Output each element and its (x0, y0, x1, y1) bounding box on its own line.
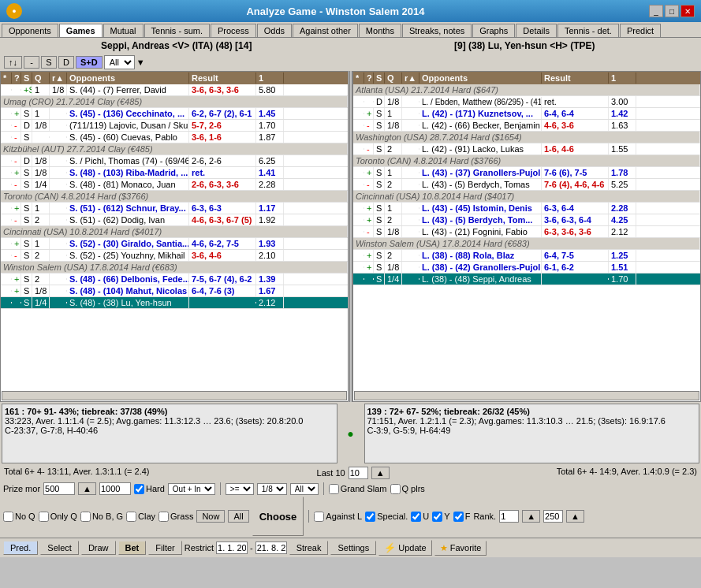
table-row-highlighted[interactable]: S 1/4 L. (38) - (48) Seppi, Andreas 1.70 (353, 274, 700, 285)
tab-games[interactable]: Games (59, 24, 103, 37)
sort-az-button[interactable]: ↑↓ (4, 56, 22, 69)
filter-dropdown-arrow[interactable]: ▼ (136, 58, 145, 67)
q-plrs-check[interactable]: Q plrs (390, 484, 425, 494)
table-row[interactable]: + S 2 L. (43) - (5) Berdych, Tom... 3-6,… (353, 214, 700, 226)
rank-min-input[interactable] (499, 510, 519, 523)
bottom-controls: Prize mor ▲ Hard Out + In >= 1/8 All (0, 481, 701, 538)
table-row[interactable]: + S 1 L. (43) - (37) Granollers-Pujol, M… (353, 167, 700, 179)
close-button[interactable]: ✕ (680, 5, 695, 17)
table-row[interactable]: - S 1/4 S. (48) - (81) Monaco, Juan 2-6,… (1, 179, 348, 191)
maximize-button[interactable]: □ (665, 5, 679, 17)
streak-button[interactable]: Streak (289, 541, 329, 555)
table-row[interactable]: - D 1/8 S. / Pichl, Thomas (74) - (69/46… (1, 155, 348, 167)
tab-process[interactable]: Process (211, 24, 256, 37)
all-button[interactable]: All (228, 510, 248, 523)
prize-max-input[interactable] (99, 482, 131, 495)
table-row[interactable]: + S 1 S. (52) - (30) Giraldo, Santia... … (1, 238, 348, 250)
y-check[interactable]: Y (432, 512, 449, 522)
rank-max-up-button[interactable]: ▲ (566, 510, 584, 523)
table-row[interactable]: - S 2 S. (52) - (25) Youzhny, Mikhail 3-… (1, 250, 348, 262)
tab-against-other[interactable]: Against other (293, 24, 358, 37)
table-row[interactable]: - S 2 L. (42) - (91) Lacko, Lukas 1-6, 4… (353, 143, 700, 155)
grass-check[interactable]: Grass (158, 512, 193, 522)
pred-button[interactable]: Pred. (3, 541, 38, 555)
col-1-header: 1 (256, 73, 284, 84)
right-table-scrollbar[interactable] (354, 391, 699, 400)
date-to-input[interactable] (255, 541, 287, 554)
table-row[interactable]: + S 1/8 L. (38) - (42) Granollers-Pujol,… (353, 262, 700, 274)
prize-up-button[interactable]: ▲ (78, 482, 96, 495)
tab-tennis-sum[interactable]: Tennis - sum. (144, 24, 210, 37)
prize-min-input[interactable] (43, 482, 75, 495)
bet-button[interactable]: Bet (118, 541, 147, 555)
table-row[interactable]: D 1/8 L. / Ebden, Matthew (86/295) - (41… (353, 96, 700, 108)
table-row[interactable]: + S 1 S. (45) - (136) Cecchinato, ... 6-… (1, 108, 348, 120)
table-row[interactable]: + S 1/8 S. (48) - (103) Riba-Madrid, ...… (1, 167, 348, 179)
left-table-scrollbar[interactable] (2, 391, 347, 400)
section-header: Winston Salem (USA) 17.8.2014 Hard (€683… (1, 262, 348, 274)
only-q-check[interactable]: Only Q (39, 512, 77, 522)
tab-details[interactable]: Details (516, 24, 557, 37)
col-opp-r-header: Opponents (419, 73, 542, 84)
select-button[interactable]: Select (40, 541, 79, 555)
minus-button[interactable]: - (24, 56, 39, 69)
table-row[interactable]: + S 2 S. (48) - (66) Delbonis, Fede... 7… (1, 274, 348, 285)
col-r-header: r▲ (50, 73, 67, 84)
rank-up-button[interactable]: ▲ (522, 510, 540, 523)
settings-button[interactable]: Settings (330, 541, 376, 555)
date-from-input[interactable] (216, 541, 248, 554)
table-row[interactable]: + S 1/8 S. (48) - (104) Mahut, Nicolas 6… (1, 285, 348, 297)
s-button[interactable]: S (41, 56, 57, 69)
favorite-button[interactable]: ★ Favorite (434, 541, 487, 556)
right-table-header: * ? S Q r▲ Opponents Result 1 (353, 72, 700, 84)
tab-odds[interactable]: Odds (257, 24, 292, 37)
now-button[interactable]: Now (196, 510, 225, 523)
table-row[interactable]: + S 2 L. (38) - (88) Rola, Blaz 6-4, 7-5… (353, 250, 700, 262)
all-select[interactable]: All (290, 483, 319, 495)
table-row[interactable]: - S 1/8 L. (43) - (21) Fognini, Fabio 6-… (353, 226, 700, 238)
filter-button[interactable]: Filter (148, 541, 181, 555)
last-input[interactable] (349, 467, 368, 479)
draw-button[interactable]: Draw (81, 541, 116, 555)
left-table-body: +S 1 1/8 S. (44) - (7) Ferrer, David 3-6… (1, 84, 348, 390)
out-in-select[interactable]: Out + In (168, 483, 215, 495)
u-check[interactable]: U (411, 512, 429, 522)
update-button[interactable]: ⚡ Update (378, 540, 431, 556)
sd-button[interactable]: S+D (76, 56, 103, 69)
table-row[interactable]: - D 1/8 (711/119) Lajovic, Dusan / Skugo… (1, 120, 348, 132)
table-row[interactable]: - S 2 L. (43) - (5) Berdych, Tomas 7-6 (… (353, 179, 700, 191)
table-row[interactable]: + S 1 L. (43) - (45) Istomin, Denis 6-3,… (353, 203, 700, 214)
clay-check[interactable]: Clay (126, 512, 155, 522)
table-row[interactable]: + S 1 L. (42) - (171) Kuznetsov, ... 6-4… (353, 108, 700, 120)
d-button[interactable]: D (58, 56, 74, 69)
f-check[interactable]: F (453, 512, 471, 522)
no-bg-check[interactable]: No B, G (80, 512, 123, 522)
filter-select[interactable]: All (104, 55, 135, 69)
table-row-highlighted[interactable]: S 1/4 S. (48) - (38) Lu, Yen-hsun 2.12 (1, 297, 348, 309)
table-row[interactable]: - S 2 S. (51) - (62) Dodig, Ivan 4-6, 6-… (1, 214, 348, 226)
special-check[interactable]: Special. (365, 512, 408, 522)
choose-button[interactable]: Choose (252, 497, 304, 536)
tab-mutual[interactable]: Mutual (103, 24, 144, 37)
table-row[interactable]: - S S. (45) - (60) Cuevas, Pablo 3-6, 1-… (1, 132, 348, 143)
rank-max-input[interactable] (543, 510, 563, 523)
hard-check[interactable]: Hard (134, 484, 165, 494)
tab-graphs[interactable]: Graphs (472, 24, 515, 37)
tab-tennis-det[interactable]: Tennis - det. (557, 24, 619, 37)
table-row[interactable]: - S 1/8 L. (42) - (66) Becker, Benjamin … (353, 120, 700, 132)
tab-opponents[interactable]: Opponents (2, 24, 58, 37)
no-q-check[interactable]: No Q (3, 512, 35, 522)
table-row[interactable]: +S 1 1/8 S. (44) - (7) Ferrer, David 3-6… (1, 84, 348, 96)
tab-months[interactable]: Months (359, 24, 401, 37)
against-l-check[interactable]: Against L (314, 512, 362, 522)
tab-predict[interactable]: Predict (620, 24, 661, 37)
col-r-r-header: r▲ (402, 73, 419, 84)
gte-select[interactable]: >= (226, 483, 254, 495)
section-header: Toronto (CAN) 4.8.2014 Hard ($3766) (353, 155, 700, 167)
fraction-select[interactable]: 1/8 (257, 483, 287, 495)
tab-streaks[interactable]: Streaks, notes (402, 24, 472, 37)
table-row[interactable]: + S 1 S. (51) - (612) Schnur, Bray... 6-… (1, 203, 348, 214)
grand-slam-check[interactable]: Grand Slam (329, 484, 387, 494)
minimize-button[interactable]: _ (649, 5, 663, 17)
last-up-button[interactable]: ▲ (371, 467, 390, 479)
